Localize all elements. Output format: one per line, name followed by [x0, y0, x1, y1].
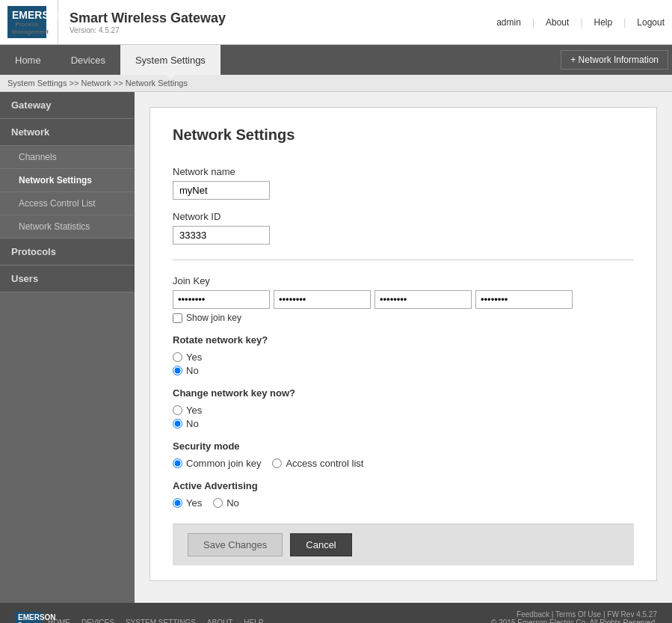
footer-copyright: © 2015 Emerson Electric Co. All Rights R… — [491, 619, 657, 623]
change-yes-radio[interactable] — [173, 405, 182, 415]
footer: EMERSON Process Management HOME DEVICES … — [0, 603, 672, 623]
active-advertising-label: Active Advertising — [173, 480, 634, 491]
adv-yes-label[interactable]: Yes — [186, 497, 202, 509]
adv-no-label[interactable]: No — [226, 497, 239, 509]
sidebar-users-title[interactable]: Users — [0, 266, 135, 292]
cancel-button[interactable]: Cancel — [290, 533, 351, 556]
show-join-key-checkbox[interactable] — [173, 313, 182, 323]
rotate-key-group: Rotate network key? Yes No — [173, 334, 634, 376]
header-help-link[interactable]: Help — [594, 17, 612, 28]
layout: Gateway Network Channels Network Setting… — [0, 92, 672, 603]
change-yes-label[interactable]: Yes — [186, 405, 202, 416]
footer-fw-version: FW Rev 4.5.27 — [607, 610, 657, 619]
sidebar-gateway-title[interactable]: Gateway — [0, 92, 135, 119]
footer-feedback-link[interactable]: Feedback — [517, 610, 549, 619]
adv-no-radio[interactable] — [213, 498, 223, 508]
rotate-yes-radio[interactable] — [173, 352, 182, 362]
change-key-radio-group: Yes No — [173, 405, 634, 429]
join-key-input-1[interactable] — [173, 290, 270, 309]
join-key-row — [173, 290, 634, 309]
footer-system-settings-link[interactable]: SYSTEM SETTINGS — [126, 619, 196, 623]
security-common-option: Common join key — [173, 458, 261, 469]
join-key-input-2[interactable] — [274, 290, 371, 309]
nav-system-settings[interactable]: System Settings — [120, 45, 221, 75]
footer-terms-link[interactable]: Terms Of Use — [555, 610, 601, 619]
header-logout-link[interactable]: Logout — [637, 17, 665, 28]
network-name-label: Network name — [173, 166, 634, 177]
rotate-no-radio[interactable] — [173, 366, 182, 375]
sidebar-section-protocols[interactable]: Protocols — [0, 239, 135, 266]
security-common-radio[interactable] — [173, 458, 182, 468]
show-join-key-row: Show join key — [173, 313, 634, 323]
join-key-label: Join Key — [173, 275, 634, 286]
security-mode-row: Common join key Access control list — [173, 458, 634, 469]
nav-devices[interactable]: Devices — [56, 45, 120, 75]
footer-emerson-logo: EMERSON Process Management — [15, 612, 42, 623]
network-id-label: Network ID — [173, 211, 634, 222]
header-user: admin — [496, 17, 521, 28]
app-version: Version: 4.5.27 — [70, 26, 226, 34]
main-navbar: Home Devices System Settings + Network I… — [0, 45, 672, 75]
sidebar-section-users[interactable]: Users — [0, 266, 135, 292]
form-divider — [173, 260, 634, 260]
security-acl-label[interactable]: Access control list — [286, 458, 363, 469]
rotate-no-row: No — [173, 365, 634, 376]
sidebar-item-network-settings[interactable]: Network Settings — [0, 169, 135, 192]
rotate-key-label: Rotate network key? — [173, 334, 634, 346]
network-info-button[interactable]: + Network Information — [561, 50, 668, 70]
rotate-yes-row: Yes — [173, 352, 634, 363]
header-about-link[interactable]: About — [546, 17, 569, 28]
footer-right: Feedback | Terms Of Use | FW Rev 4.5.27 … — [491, 610, 657, 623]
rotate-key-radio-group: Yes No — [173, 352, 634, 376]
content-panel: Network Settings Network name Network ID… — [149, 107, 657, 581]
sidebar-item-access-control[interactable]: Access Control List — [0, 192, 135, 215]
change-no-radio[interactable] — [173, 419, 182, 429]
show-join-key-label[interactable]: Show join key — [186, 313, 241, 323]
sidebar-item-channels[interactable]: Channels — [0, 146, 135, 169]
rotate-no-label[interactable]: No — [186, 365, 199, 376]
footer-about-link[interactable]: ABOUT — [207, 619, 232, 623]
footer-feedback-terms: Feedback | Terms Of Use | FW Rev 4.5.27 — [491, 610, 657, 619]
adv-no-option: No — [213, 497, 239, 509]
security-acl-radio[interactable] — [272, 458, 282, 468]
footer-help-link[interactable]: HELP — [244, 619, 263, 623]
change-no-row: No — [173, 418, 634, 429]
security-acl-option: Access control list — [272, 458, 363, 469]
sidebar-network-title[interactable]: Network — [0, 119, 135, 146]
adv-yes-radio[interactable] — [173, 498, 182, 508]
header: EMERSON Process Management Smart Wireles… — [0, 0, 672, 45]
footer-logo-area: EMERSON Process Management HOME DEVICES … — [15, 612, 263, 623]
advertising-row: Yes No — [173, 497, 634, 509]
nav-home[interactable]: Home — [0, 45, 56, 75]
security-mode-label: Security mode — [173, 441, 634, 452]
save-button[interactable]: Save Changes — [188, 533, 283, 556]
sidebar-section-gateway[interactable]: Gateway — [0, 92, 135, 119]
app-title: Smart Wireless Gateway — [70, 10, 226, 26]
network-name-input[interactable] — [173, 181, 270, 200]
network-id-group: Network ID — [173, 211, 634, 245]
footer-links: HOME DEVICES SYSTEM SETTINGS ABOUT HELP — [48, 619, 263, 623]
adv-yes-option: Yes — [173, 497, 202, 509]
logo-area: EMERSON Process Management — [7, 0, 58, 44]
breadcrumb: System Settings >> Network >> Network Se… — [0, 75, 672, 92]
join-key-input-3[interactable] — [374, 290, 472, 309]
network-id-input[interactable] — [173, 226, 270, 245]
emerson-logo: EMERSON Process Management — [7, 6, 46, 39]
sidebar-item-network-statistics[interactable]: Network Statistics — [0, 215, 135, 239]
panel-title: Network Settings — [173, 126, 634, 151]
sidebar-protocols-title[interactable]: Protocols — [0, 239, 135, 266]
sidebar: Gateway Network Channels Network Setting… — [0, 92, 135, 603]
network-name-group: Network name — [173, 166, 634, 200]
header-nav: admin | About | Help | Logout — [496, 17, 665, 28]
join-key-input-4[interactable] — [475, 290, 573, 309]
button-row: Save Changes Cancel — [173, 524, 634, 565]
change-key-label: Change network key now? — [173, 387, 634, 399]
join-key-group: Join Key Show join key — [173, 275, 634, 323]
change-no-label[interactable]: No — [186, 418, 199, 429]
footer-home-link[interactable]: HOME — [48, 619, 70, 623]
footer-devices-link[interactable]: DEVICES — [81, 619, 114, 623]
rotate-yes-label[interactable]: Yes — [186, 352, 202, 363]
security-common-label[interactable]: Common join key — [186, 458, 261, 469]
change-key-group: Change network key now? Yes No — [173, 387, 634, 429]
security-mode-group: Security mode Common join key Access con… — [173, 441, 634, 469]
